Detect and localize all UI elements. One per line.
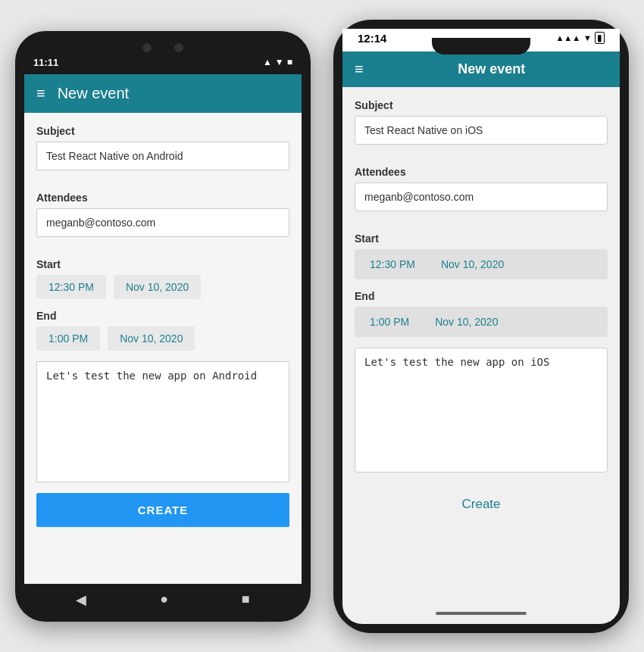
ios-header: ≡ New event [342,51,620,87]
android-time: 11:11 [33,57,58,68]
ios-screen: ≡ New event Subject Attendees Start 12:3… [342,51,620,604]
android-nav-bar: ◀ ● ■ [24,584,302,613]
ios-home-indicator [436,612,527,615]
ios-end-section: End 1:00 PM Nov 10, 2020 [355,290,608,337]
android-start-label: Start [36,258,289,270]
ios-end-time-chip[interactable]: 1:00 PM [361,313,418,331]
ios-start-row: 12:30 PM Nov 10, 2020 [355,249,608,279]
ios-attendees-label: Attendees [355,166,608,178]
android-subject-section: Subject [36,125,289,181]
android-recent-button[interactable]: ■ [242,591,250,607]
ios-create-button[interactable]: Create [355,488,608,521]
android-subject-input[interactable] [36,142,289,170]
android-camera-dot [142,43,152,52]
ios-body-input[interactable]: Let's test the new app on iOS [355,348,608,473]
ios-wifi-icon: ▼ [583,33,592,42]
android-screen: ≡ New event Subject Attendees Start 12:3… [24,74,302,584]
android-end-section: End 1:00 PM Nov 10, 2020 [36,310,289,351]
android-status-icons: ▲ ▼ ■ [263,57,292,67]
android-page-title: New event [58,85,130,102]
ios-battery-icon: ▮ [595,32,605,44]
ios-notch [432,38,530,55]
ios-start-date-chip[interactable]: Nov 10, 2020 [432,255,513,273]
ios-menu-icon[interactable]: ≡ [355,61,364,78]
android-start-date-chip[interactable]: Nov 10, 2020 [114,275,201,299]
android-speaker [174,43,183,52]
android-end-label: End [36,310,289,322]
android-header: ≡ New event [24,74,302,113]
ios-content: Subject Attendees Start 12:30 PM Nov 10,… [342,87,620,604]
android-attendees-input[interactable] [36,208,289,237]
ios-subject-section: Subject [355,99,608,155]
android-end-time-chip[interactable]: 1:00 PM [36,326,100,351]
ios-start-label: Start [355,232,608,245]
android-camera-bar [24,40,302,54]
android-signal-icon: ▲ [263,57,272,67]
android-start-section: Start 12:30 PM Nov 10, 2020 [36,258,289,299]
android-end-row: 1:00 PM Nov 10, 2020 [36,326,289,351]
android-attendees-label: Attendees [36,192,289,204]
android-create-button[interactable]: CREATE [36,493,289,527]
android-start-time-chip[interactable]: 12:30 PM [36,275,106,299]
ios-end-label: End [355,290,608,302]
ios-page-title: New event [376,61,608,77]
android-body-input[interactable]: Let's test the new app on Android [36,361,289,482]
android-phone: 11:11 ▲ ▼ ■ ≡ New event Subject Attendee… [15,31,311,622]
ios-end-row: 1:00 PM Nov 10, 2020 [355,307,608,337]
android-menu-icon[interactable]: ≡ [36,85,45,102]
ios-subject-label: Subject [355,99,608,111]
ios-start-section: Start 12:30 PM Nov 10, 2020 [355,232,608,279]
android-home-button[interactable]: ● [160,591,168,607]
ios-start-time-chip[interactable]: 12:30 PM [361,255,424,273]
ios-phone: 12:14 ▲▲▲ ▼ ▮ ≡ New event Subject Attend… [333,20,629,633]
android-subject-label: Subject [36,125,289,137]
android-back-button[interactable]: ◀ [76,591,86,608]
ios-time: 12:14 [358,32,386,45]
android-status-bar: 11:11 ▲ ▼ ■ [24,54,302,74]
ios-notch-area: 12:14 ▲▲▲ ▼ ▮ [342,29,620,51]
android-content: Subject Attendees Start 12:30 PM Nov 10,… [24,113,302,584]
ios-subject-input[interactable] [355,116,608,145]
ios-attendees-section: Attendees [355,166,608,222]
android-attendees-section: Attendees [36,192,289,248]
android-start-row: 12:30 PM Nov 10, 2020 [36,275,289,299]
ios-attendees-input[interactable] [355,182,608,211]
ios-status-icons: ▲▲▲ ▼ ▮ [555,32,605,44]
ios-signal-icon: ▲▲▲ [555,33,580,42]
android-end-date-chip[interactable]: Nov 10, 2020 [108,326,195,351]
android-wifi-icon: ▼ [275,57,284,67]
ios-end-date-chip[interactable]: Nov 10, 2020 [426,313,507,331]
android-battery-icon: ■ [287,57,292,67]
